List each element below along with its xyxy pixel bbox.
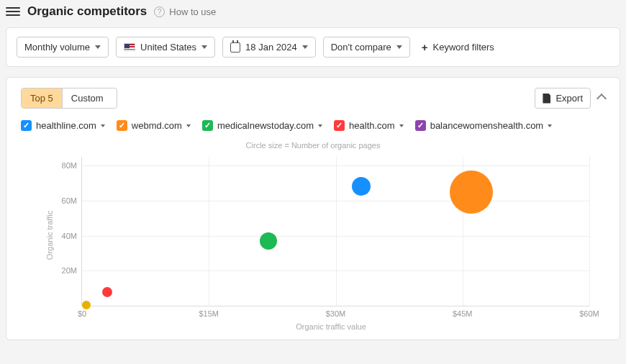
page-title: Organic competitors [27,4,147,19]
how-to-use-link[interactable]: ? How to use [154,6,216,17]
country-label: United States [140,42,196,53]
date-dropdown[interactable]: 18 Jan 2024 [222,37,316,58]
legend-domain: medicalnewstoday.com [217,120,314,131]
menu-icon[interactable] [6,7,20,16]
checkbox-icon: ✓ [117,120,127,131]
chart-bubble[interactable] [352,177,371,196]
gridline-v [589,157,590,306]
checkbox-icon: ✓ [21,120,32,131]
legend-item[interactable]: ✓health.com [334,120,404,131]
us-flag-icon [124,43,135,51]
chart-area: Organic traffic 20M40M60M80M$0$15M$30M$4… [57,153,589,318]
chevron-down-icon [548,124,552,127]
legend-item[interactable]: ✓healthline.com [21,120,105,131]
gridline-v [209,157,209,306]
keyword-filters-button[interactable]: + Keyword filters [422,41,494,53]
chart-subtitle: Circle size = Number of organic pages [21,141,605,150]
volume-dropdown[interactable]: Monthly volume [17,37,109,58]
keyword-filters-label: Keyword filters [433,42,494,53]
chart-bubble[interactable] [450,170,493,214]
y-tick-label: 40M [62,232,82,240]
file-icon [543,94,550,104]
country-dropdown[interactable]: United States [116,37,215,58]
chevron-down-icon [318,124,322,127]
export-label: Export [555,93,583,104]
chevron-down-icon [101,124,105,127]
chevron-down-icon [186,124,191,127]
export-button[interactable]: Export [535,88,591,109]
collapse-icon[interactable] [596,93,607,103]
view-segment: Top 5 Custom [21,88,117,109]
segment-top5-label: Top 5 [30,93,53,104]
segment-top5[interactable]: Top 5 [22,88,62,108]
chart-bubble[interactable] [260,232,277,250]
legend-domain: healthline.com [36,120,96,131]
chart-bubble[interactable] [102,287,112,297]
legend-item[interactable]: ✓webmd.com [117,120,191,131]
x-tick-label: $60M [579,306,599,318]
toolbar: Monthly volume United States 18 Jan 2024… [6,27,620,67]
legend-domain: webmd.com [132,120,182,131]
checkbox-icon: ✓ [334,120,345,131]
volume-label: Monthly volume [24,42,90,53]
chevron-down-icon [201,45,207,49]
segment-custom-label: Custom [71,93,104,104]
y-axis-label: Organic traffic [45,211,54,260]
y-tick-label: 80M [62,161,82,170]
gridline-v [336,157,337,306]
segment-custom[interactable]: Custom [62,88,117,108]
x-tick-label: $30M [326,306,346,318]
x-tick-label: $45M [453,306,473,318]
how-to-use-label: How to use [169,6,216,17]
chart-panel: Top 5 Custom Export ✓healthline.com✓webm… [6,77,620,340]
legend-item[interactable]: ✓balancewomenshealth.com [415,120,553,131]
y-tick-label: 20M [62,266,82,275]
x-axis-label: Organic traffic value [57,322,605,331]
plus-icon: + [422,41,428,53]
chart-plot: 20M40M60M80M$0$15M$30M$45M$60M [81,157,589,306]
chevron-down-icon [399,124,404,127]
legend-domain: health.com [349,120,395,131]
compare-dropdown[interactable]: Don't compare [323,37,410,58]
chevron-down-icon [95,45,101,49]
x-tick-label: $15M [199,306,219,318]
legend-domain: balancewomenshealth.com [430,120,544,131]
chevron-down-icon [396,45,402,49]
chart-legend: ✓healthline.com✓webmd.com✓medicalnewstod… [21,120,605,131]
y-tick-label: 60M [62,196,82,205]
legend-item[interactable]: ✓medicalnewstoday.com [202,120,322,131]
compare-label: Don't compare [331,42,391,53]
checkbox-icon: ✓ [415,120,426,131]
checkbox-icon: ✓ [202,120,213,131]
chart-bubble[interactable] [82,301,91,309]
question-icon: ? [154,6,165,17]
calendar-icon [230,42,240,53]
date-label: 18 Jan 2024 [245,42,297,53]
chevron-down-icon [302,45,308,49]
